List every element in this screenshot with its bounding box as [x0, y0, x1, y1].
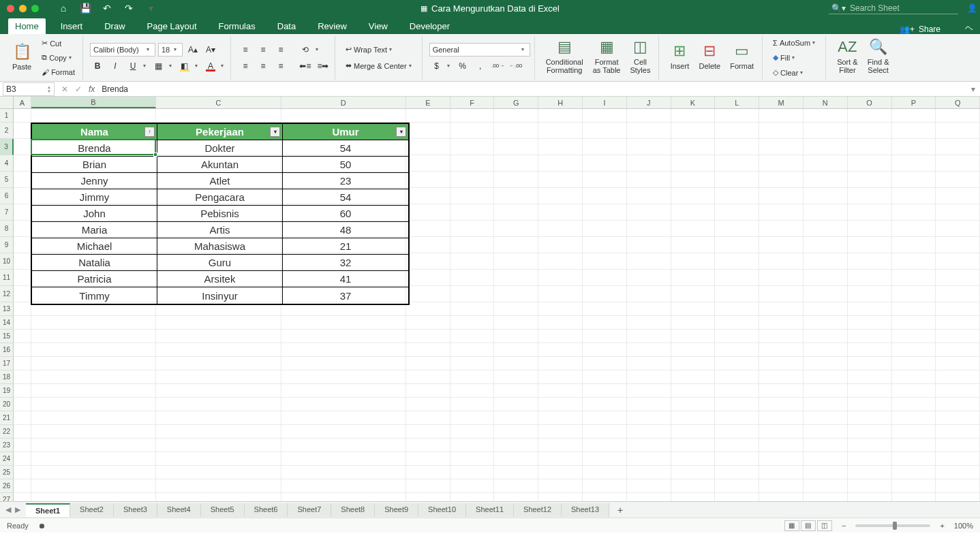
cell-M7[interactable]: [759, 204, 803, 221]
column-header-N[interactable]: N: [803, 97, 848, 108]
table-cell[interactable]: 54: [283, 140, 408, 157]
page-layout-view-button[interactable]: ▤: [801, 520, 816, 531]
cell-A4[interactable]: [14, 155, 31, 172]
format-cells-button[interactable]: ▭Format: [726, 36, 758, 76]
cell-E27[interactable]: [406, 493, 450, 501]
column-header-H[interactable]: H: [538, 97, 583, 108]
column-header-L[interactable]: L: [715, 97, 759, 108]
cell-K14[interactable]: [671, 316, 716, 330]
cell-M9[interactable]: [759, 237, 803, 253]
row-header-26[interactable]: 26: [0, 479, 14, 493]
cell-I5[interactable]: [583, 172, 627, 188]
cell-A5[interactable]: [14, 172, 31, 188]
cell-O19[interactable]: [848, 384, 892, 398]
cell-D21[interactable]: [281, 411, 406, 425]
cell-E11[interactable]: [406, 270, 450, 286]
cell-K1[interactable]: [671, 109, 716, 123]
cell-J25[interactable]: [627, 466, 671, 479]
cell-O18[interactable]: [848, 370, 892, 384]
cell-C24[interactable]: [156, 452, 281, 466]
normal-view-button[interactable]: ▦: [784, 520, 799, 531]
cell-O4[interactable]: [848, 155, 892, 172]
cell-B14[interactable]: [31, 316, 156, 330]
add-sheet-button[interactable]: +: [609, 505, 631, 515]
cell-I6[interactable]: [583, 188, 627, 204]
cell-G11[interactable]: [494, 270, 538, 286]
align-center-button[interactable]: ≡: [256, 59, 271, 73]
cut-button[interactable]: ✂Cut: [38, 37, 78, 50]
cell-H12[interactable]: [538, 286, 583, 302]
cell-F24[interactable]: [450, 452, 495, 466]
row-header-18[interactable]: 18: [0, 370, 14, 384]
cell-B25[interactable]: [31, 466, 156, 479]
cell-C19[interactable]: [156, 384, 281, 398]
cell-B24[interactable]: [31, 452, 156, 466]
cell-J2[interactable]: [627, 123, 671, 139]
cell-P20[interactable]: [892, 398, 936, 411]
cell-J24[interactable]: [627, 452, 671, 466]
delete-cells-button[interactable]: ⊟Delete: [694, 36, 724, 76]
cell-H23[interactable]: [538, 439, 583, 452]
cell-K5[interactable]: [671, 172, 716, 188]
cell-D14[interactable]: [281, 316, 406, 330]
cell-F13[interactable]: [450, 302, 495, 316]
table-cell[interactable]: Brian: [32, 157, 157, 173]
cell-A20[interactable]: [14, 398, 31, 411]
cell-E9[interactable]: [406, 237, 450, 253]
table-cell[interactable]: 41: [283, 271, 408, 287]
cell-G20[interactable]: [494, 398, 538, 411]
cell-G1[interactable]: [494, 109, 538, 123]
cell-M21[interactable]: [759, 411, 803, 425]
cell-Q13[interactable]: [936, 302, 980, 316]
enter-formula-icon[interactable]: ✓: [75, 84, 82, 94]
cell-A18[interactable]: [14, 370, 31, 384]
column-header-J[interactable]: J: [627, 97, 671, 108]
cell-K25[interactable]: [671, 466, 716, 479]
cell-N17[interactable]: [803, 357, 848, 370]
bold-button[interactable]: B: [90, 59, 105, 73]
cell-M19[interactable]: [759, 384, 803, 398]
table-cell[interactable]: Jimmy: [32, 189, 157, 206]
cell-C27[interactable]: [156, 493, 281, 501]
cell-F6[interactable]: [450, 188, 495, 204]
cell-H16[interactable]: [538, 343, 583, 357]
cell-L20[interactable]: [715, 398, 759, 411]
tab-review[interactable]: Review: [311, 18, 354, 34]
cell-G25[interactable]: [494, 466, 538, 479]
column-header-I[interactable]: I: [583, 97, 627, 108]
cell-M25[interactable]: [759, 466, 803, 479]
cell-E4[interactable]: [406, 155, 450, 172]
cell-L5[interactable]: [715, 172, 759, 188]
cell-J13[interactable]: [627, 302, 671, 316]
row-header-8[interactable]: 8: [0, 221, 14, 237]
cell-J23[interactable]: [627, 439, 671, 452]
cell-I14[interactable]: [583, 316, 627, 330]
cell-M26[interactable]: [759, 479, 803, 493]
cell-P16[interactable]: [892, 343, 936, 357]
cell-K6[interactable]: [671, 188, 716, 204]
cell-L17[interactable]: [715, 357, 759, 370]
row-header-1[interactable]: 1: [0, 109, 14, 123]
cell-K18[interactable]: [671, 370, 716, 384]
cell-F9[interactable]: [450, 237, 495, 253]
formula-input[interactable]: Brenda: [99, 84, 966, 94]
cell-J7[interactable]: [627, 204, 671, 221]
cell-O24[interactable]: [848, 452, 892, 466]
cell-E8[interactable]: [406, 221, 450, 237]
cell-F18[interactable]: [450, 370, 495, 384]
spreadsheet-grid[interactable]: ABCDEFGHIJKLMNOPQ 1234567891011121314151…: [0, 97, 980, 501]
cell-H15[interactable]: [538, 330, 583, 343]
cell-E3[interactable]: [406, 139, 450, 155]
cell-J16[interactable]: [627, 343, 671, 357]
cell-O10[interactable]: [848, 253, 892, 270]
cell-E23[interactable]: [406, 439, 450, 452]
cell-P5[interactable]: [892, 172, 936, 188]
cell-F4[interactable]: [450, 155, 495, 172]
cell-G18[interactable]: [494, 370, 538, 384]
cell-N22[interactable]: [803, 425, 848, 439]
cell-J10[interactable]: [627, 253, 671, 270]
cell-J5[interactable]: [627, 172, 671, 188]
cell-F20[interactable]: [450, 398, 495, 411]
cell-J11[interactable]: [627, 270, 671, 286]
cell-F27[interactable]: [450, 493, 495, 501]
